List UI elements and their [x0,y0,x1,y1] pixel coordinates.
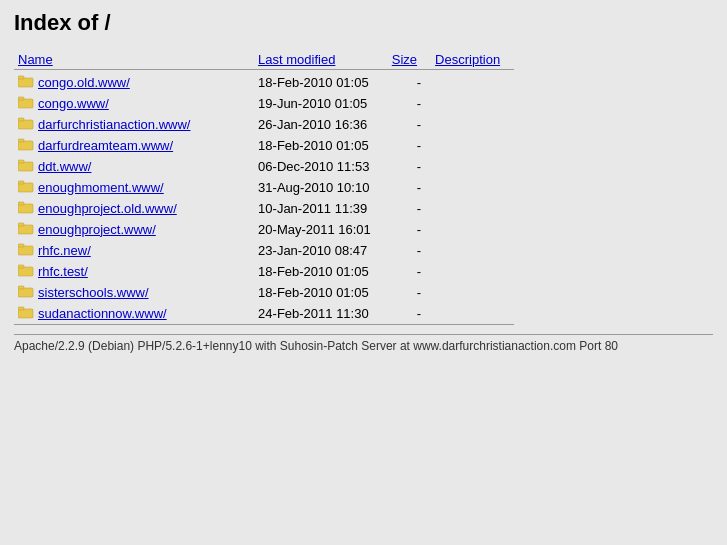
svg-rect-22 [18,309,33,318]
folder-icon [18,179,34,196]
file-link[interactable]: sisterschools.www/ [38,285,149,300]
svg-rect-12 [18,204,33,213]
folder-icon [18,137,34,154]
svg-rect-10 [18,183,33,192]
file-date: 26-Jan-2010 16:36 [228,114,385,135]
svg-rect-19 [18,265,24,268]
file-link[interactable]: enoughproject.old.www/ [38,201,177,216]
table-row: sudanactionnow.www/24-Feb-2011 11:30- [14,303,514,325]
file-description [425,240,514,261]
table-row: rhfc.new/23-Jan-2010 08:47- [14,240,514,261]
file-link[interactable]: ddt.www/ [38,159,91,174]
table-row: darfurdreamteam.www/18-Feb-2010 01:05- [14,135,514,156]
file-description [425,114,514,135]
server-footer: Apache/2.2.9 (Debian) PHP/5.2.6-1+lenny1… [14,334,713,353]
file-date: 10-Jan-2011 11:39 [228,198,385,219]
page-title: Index of / [14,10,713,36]
file-description [425,156,514,177]
folder-icon [18,305,34,322]
svg-rect-9 [18,160,24,163]
folder-icon [18,74,34,91]
file-link[interactable]: rhfc.new/ [38,243,91,258]
svg-rect-13 [18,202,24,205]
col-header-name[interactable]: Name [14,50,228,70]
file-name-cell: congo.old.www/ [14,72,228,93]
svg-rect-5 [18,118,24,121]
file-link[interactable]: enoughmoment.www/ [38,180,164,195]
svg-rect-17 [18,244,24,247]
file-name-cell: rhfc.new/ [14,240,228,261]
file-date: 18-Feb-2010 01:05 [228,135,385,156]
file-size: - [385,135,425,156]
table-row: enoughproject.old.www/10-Jan-2011 11:39- [14,198,514,219]
svg-rect-15 [18,223,24,226]
svg-rect-8 [18,162,33,171]
file-description [425,282,514,303]
file-name-cell: enoughproject.www/ [14,219,228,240]
table-row: congo.www/19-Jun-2010 01:05- [14,93,514,114]
file-description [425,219,514,240]
folder-icon [18,242,34,259]
file-date: 20-May-2011 16:01 [228,219,385,240]
svg-rect-6 [18,141,33,150]
svg-rect-3 [18,97,24,100]
file-link[interactable]: darfurchristianaction.www/ [38,117,190,132]
file-name-cell: enoughproject.old.www/ [14,198,228,219]
file-size: - [385,282,425,303]
file-description [425,93,514,114]
file-link[interactable]: darfurdreamteam.www/ [38,138,173,153]
svg-rect-2 [18,99,33,108]
file-name-cell: darfurchristianaction.www/ [14,114,228,135]
svg-rect-16 [18,246,33,255]
folder-icon [18,95,34,112]
col-header-size[interactable]: Size [385,50,425,70]
file-description [425,198,514,219]
svg-rect-23 [18,307,24,310]
table-row: congo.old.www/18-Feb-2010 01:05- [14,72,514,93]
file-size: - [385,93,425,114]
file-description [425,177,514,198]
file-date: 23-Jan-2010 08:47 [228,240,385,261]
file-description [425,72,514,93]
file-link[interactable]: sudanactionnow.www/ [38,306,167,321]
folder-icon [18,116,34,133]
svg-rect-0 [18,78,33,87]
table-row: rhfc.test/18-Feb-2010 01:05- [14,261,514,282]
file-name-cell: ddt.www/ [14,156,228,177]
svg-rect-7 [18,139,24,142]
table-row: sisterschools.www/18-Feb-2010 01:05- [14,282,514,303]
svg-rect-11 [18,181,24,184]
folder-icon [18,158,34,175]
file-date: 31-Aug-2010 10:10 [228,177,385,198]
file-link[interactable]: rhfc.test/ [38,264,88,279]
folder-icon [18,263,34,280]
file-name-cell: congo.www/ [14,93,228,114]
file-date: 18-Feb-2010 01:05 [228,72,385,93]
svg-rect-4 [18,120,33,129]
file-name-cell: sisterschools.www/ [14,282,228,303]
file-name-cell: enoughmoment.www/ [14,177,228,198]
col-header-description[interactable]: Description [425,50,514,70]
file-link[interactable]: congo.old.www/ [38,75,130,90]
folder-icon [18,221,34,238]
col-header-modified[interactable]: Last modified [228,50,385,70]
file-size: - [385,72,425,93]
file-description [425,261,514,282]
file-size: - [385,198,425,219]
svg-rect-21 [18,286,24,289]
svg-rect-20 [18,288,33,297]
file-link[interactable]: congo.www/ [38,96,109,111]
file-name-cell: darfurdreamteam.www/ [14,135,228,156]
table-row: ddt.www/06-Dec-2010 11:53- [14,156,514,177]
file-size: - [385,114,425,135]
file-date: 19-Jun-2010 01:05 [228,93,385,114]
file-date: 24-Feb-2011 11:30 [228,303,385,325]
file-description [425,135,514,156]
folder-icon [18,200,34,217]
svg-rect-18 [18,267,33,276]
file-size: - [385,156,425,177]
file-size: - [385,261,425,282]
file-size: - [385,219,425,240]
svg-rect-14 [18,225,33,234]
file-link[interactable]: enoughproject.www/ [38,222,156,237]
